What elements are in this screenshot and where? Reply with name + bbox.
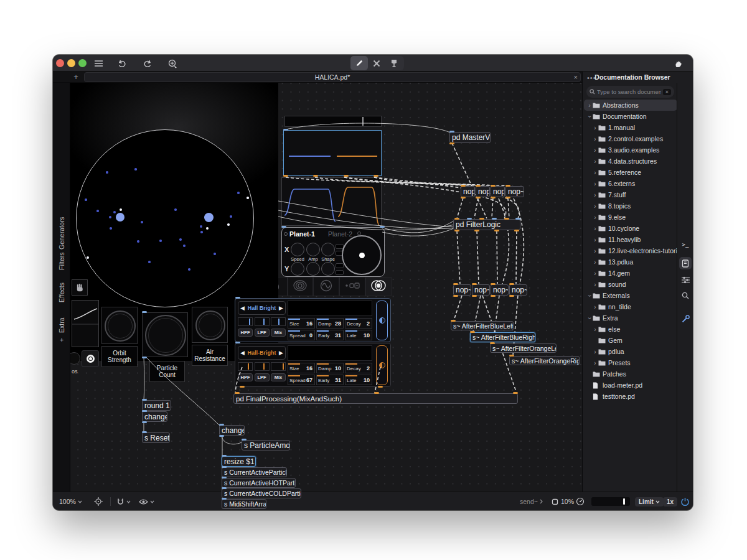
tree-item-5-reference[interactable]: ›5.reference	[584, 167, 677, 178]
nop-tilde[interactable]: nop~	[461, 186, 475, 197]
outlet-control[interactable]	[219, 435, 224, 437]
inlet-control[interactable]	[242, 439, 247, 441]
clear-search-icon[interactable]: ✕	[663, 89, 671, 95]
chevron-icon[interactable]: ›	[586, 113, 593, 119]
param-damp[interactable]: Damp10	[316, 363, 344, 373]
pd-filterlogic[interactable]: pd FilterLogic	[453, 219, 520, 230]
outlet-signal[interactable]	[313, 175, 318, 177]
inlet-control[interactable]	[222, 498, 227, 500]
tree-item-testtone-pd[interactable]: testtone.pd	[584, 391, 677, 402]
param-late[interactable]: Late10	[345, 375, 372, 385]
chevron-icon[interactable]: ›	[586, 315, 593, 321]
planet-panel[interactable]: Planet-1Planet-2XYSpeedAmpShape	[281, 227, 385, 277]
effect-tab-wave[interactable]	[313, 277, 339, 296]
outlet-signal[interactable]	[240, 386, 245, 388]
tree-item-4-data-structures[interactable]: ›4.data.structures	[584, 156, 677, 167]
nop-tilde[interactable]: nop~	[491, 186, 505, 197]
param-decay[interactable]: Decay2	[345, 363, 372, 373]
nop-tilde[interactable]: nop~	[453, 284, 471, 296]
inlet-signal[interactable]	[509, 355, 514, 357]
record-target-button[interactable]	[82, 350, 99, 367]
visibility-settings-button[interactable]	[139, 492, 154, 510]
tree-item-abstractions[interactable]: ›Abstractions	[584, 100, 677, 111]
zoom-control[interactable]: 100%	[59, 492, 82, 510]
mini-slider[interactable]	[255, 362, 270, 371]
output-level-meter[interactable]	[591, 497, 630, 506]
wet-dry-slider[interactable]	[376, 345, 388, 385]
inlet-signal[interactable]	[235, 392, 240, 394]
effect-tab-rings[interactable]	[288, 277, 314, 296]
chevron-icon[interactable]: ›	[592, 360, 598, 366]
outlet-signal[interactable]	[476, 197, 481, 198]
tree-item-pdlua[interactable]: ›pdlua	[584, 346, 677, 357]
tree-item-14-gem[interactable]: ›14.gem	[584, 268, 677, 279]
level-graph[interactable]	[283, 130, 382, 176]
chevron-icon[interactable]: ›	[592, 136, 598, 142]
tree-item-patches[interactable]: Patches	[584, 368, 677, 380]
outlet-signal[interactable]	[283, 175, 288, 177]
tree-item-3-audio-examples[interactable]: ›3.audio.examples	[584, 144, 677, 156]
filter-button-mix[interactable]: Mix	[271, 329, 286, 337]
preset-selector[interactable]: ◀Hall-Bright▶	[238, 346, 286, 360]
param-spread[interactable]: Spread67	[288, 375, 315, 385]
inlet-signal[interactable]	[509, 283, 514, 285]
planet-knob-amp[interactable]	[306, 243, 320, 256]
send-afterfilterorangeright[interactable]: s~ AfterFilterOrangeRight	[509, 356, 580, 365]
outlet-signal[interactable]	[494, 230, 499, 231]
chevron-icon[interactable]: ›	[592, 192, 598, 198]
documentation-icon[interactable]	[679, 257, 692, 269]
param-size[interactable]: Size16	[288, 363, 315, 373]
inlet-signal[interactable]	[374, 392, 379, 394]
inlet-control[interactable]	[281, 226, 286, 228]
inlet-signal[interactable]	[505, 185, 510, 187]
planet-knob-shape[interactable]	[321, 243, 335, 256]
search-input[interactable]	[595, 88, 663, 95]
search-icon[interactable]	[679, 289, 692, 302]
param-early[interactable]: Early31	[316, 330, 344, 340]
next-preset-icon[interactable]: ▶	[279, 350, 283, 356]
outlet-signal[interactable]	[474, 230, 479, 231]
run-mode-icon[interactable]	[368, 56, 385, 70]
inlet-control[interactable]	[222, 466, 227, 468]
inlet-control[interactable]	[222, 455, 227, 457]
effect-tab-output[interactable]	[365, 277, 392, 296]
outlet-signal[interactable]	[505, 197, 510, 198]
mini-slider[interactable]	[271, 362, 286, 371]
send-currentactiveparticles[interactable]: s CurrentActiveParticles	[222, 467, 287, 477]
hand-tool-icon[interactable]	[72, 279, 88, 296]
new-tab-button[interactable]: +	[70, 72, 82, 82]
snap-settings-button[interactable]	[116, 492, 131, 510]
tree-item-nn-tilde[interactable]: ›nn_tilde	[584, 301, 677, 312]
limiter-toggle[interactable]: Limit	[635, 492, 664, 510]
param-spread[interactable]: Spread0	[288, 330, 315, 340]
tab-close-icon[interactable]: ×	[574, 73, 578, 82]
minimize-window-button[interactable]	[67, 59, 75, 67]
xy-cursor[interactable]	[359, 253, 365, 258]
particle-count-knob[interactable]	[145, 315, 186, 356]
param-early[interactable]: Early31	[316, 375, 344, 385]
tab-halica[interactable]: HALICA.pd* ×	[84, 72, 581, 82]
center-canvas-button[interactable]	[94, 492, 103, 510]
slider-handle[interactable]	[362, 117, 364, 126]
inlet-signal[interactable]	[491, 283, 496, 285]
master-hslider[interactable]	[284, 116, 382, 127]
presentation-mode-icon[interactable]	[385, 56, 403, 70]
param-damp[interactable]: Damp28	[316, 318, 344, 329]
inlet-signal[interactable]	[476, 185, 481, 187]
chevron-icon[interactable]: ›	[592, 248, 598, 254]
mini-slider[interactable]	[255, 317, 270, 326]
change-object[interactable]: change	[142, 411, 167, 422]
maximize-window-button[interactable]	[78, 59, 87, 67]
param-decay[interactable]: Decay2	[345, 318, 372, 329]
prev-preset-icon[interactable]: ◀	[240, 305, 245, 311]
inlet-control[interactable]	[142, 311, 147, 313]
air-resistance-knob[interactable]	[195, 310, 225, 340]
outlet-signal[interactable]	[491, 295, 496, 297]
chevron-icon[interactable]: ›	[592, 203, 598, 210]
inlet-signal[interactable]	[479, 218, 484, 220]
outlet-signal[interactable]	[472, 295, 477, 297]
tree-item-load-meter-pd[interactable]: load-meter.pd	[584, 380, 677, 391]
reverb-module-2[interactable]: ◀Hall-Bright▶HPFLPFMixSize16Damp10Decay2…	[235, 343, 391, 387]
param-late[interactable]: Late10	[345, 330, 372, 340]
send-currentactivehotparticles[interactable]: s CurrentActiveHOTParticles	[222, 478, 296, 488]
